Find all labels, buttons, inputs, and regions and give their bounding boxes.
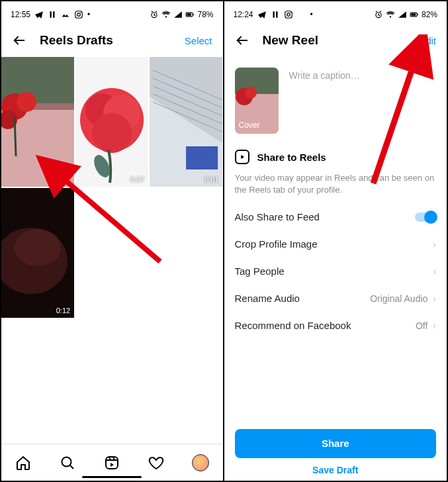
- row-label: Rename Audio: [235, 293, 300, 304]
- page-title: New Reel: [263, 33, 420, 48]
- row-label: Tag People: [235, 265, 285, 277]
- nav-profile[interactable]: [192, 454, 209, 471]
- row-tag-people[interactable]: Tag People ›: [224, 258, 447, 285]
- row-crop-profile[interactable]: Crop Profile Image ›: [224, 230, 447, 258]
- svg-point-2: [81, 12, 81, 13]
- draft-thumb[interactable]: 0:01: [150, 57, 222, 187]
- svg-point-29: [15, 229, 61, 266]
- signal-icon: [398, 10, 407, 19]
- svg-point-11: [17, 92, 36, 112]
- avatar-icon: [192, 454, 209, 471]
- battery-icon: [410, 10, 419, 19]
- app-bar: Reels Drafts Select: [1, 24, 223, 57]
- nav-search[interactable]: [59, 454, 76, 471]
- row-label: Crop Profile Image: [235, 238, 318, 250]
- draft-thumb[interactable]: 0:07: [75, 57, 148, 187]
- edit-button[interactable]: Edit: [419, 35, 436, 46]
- bottom-actions: Share Save Draft: [224, 429, 447, 475]
- draft-duration: 0:12: [56, 307, 70, 314]
- battery-icon: [185, 10, 195, 19]
- moon-icon: [297, 10, 306, 19]
- status-left: 12:24 •: [234, 10, 313, 19]
- row-label: Recommend on Facebook: [235, 320, 351, 331]
- share-to-reels-label: Share to Reels: [257, 152, 326, 163]
- row-value: Original Audio: [370, 293, 427, 304]
- status-battery: 82%: [422, 10, 437, 19]
- row-also-share-feed[interactable]: Also Share to Feed: [224, 203, 447, 230]
- save-draft-button[interactable]: Save Draft: [235, 465, 437, 475]
- status-right: 78%: [150, 10, 213, 19]
- svg-rect-45: [418, 14, 418, 15]
- home-icon: [15, 455, 31, 471]
- telegram-icon: [34, 10, 44, 19]
- heart-icon: [148, 455, 164, 471]
- status-time: 12:55: [11, 10, 30, 19]
- wifi-icon: [386, 10, 395, 19]
- chevron-right-icon: ›: [433, 239, 436, 250]
- screen-new-reel: 12:24 • 82% New Reel Edit Cov: [224, 1, 447, 481]
- app-bar: New Reel Edit: [224, 24, 447, 57]
- svg-rect-26: [186, 146, 218, 169]
- thumbnail-image: [1, 188, 74, 318]
- share-subtext: Your video may appear in Reels and can b…: [224, 169, 447, 203]
- thumbnail-image: [75, 57, 148, 187]
- status-dot: •: [87, 10, 90, 19]
- status-time: 12:24: [234, 10, 253, 19]
- svg-marker-38: [111, 463, 114, 467]
- svg-rect-6: [193, 14, 194, 15]
- draft-duration: 0:07: [130, 175, 144, 183]
- pause-icon: [271, 10, 280, 19]
- svg-point-40: [287, 13, 290, 17]
- share-to-reels-header: Share to Reels: [224, 144, 447, 169]
- signal-icon: [173, 10, 183, 19]
- alarm-icon: [374, 10, 383, 19]
- share-button[interactable]: Share: [235, 429, 437, 458]
- row-recommend-fb[interactable]: Recommend on Facebook Off›: [224, 312, 447, 339]
- svg-rect-34: [106, 457, 118, 469]
- alarm-icon: [150, 10, 159, 19]
- bottom-nav: [1, 444, 223, 481]
- page-title: Reels Drafts: [40, 33, 185, 48]
- reels-icon: [235, 150, 249, 164]
- nav-home[interactable]: [15, 454, 32, 471]
- cover-thumbnail[interactable]: Cover: [235, 68, 279, 134]
- svg-rect-5: [187, 13, 191, 16]
- svg-rect-44: [411, 13, 416, 16]
- thumbnail-image: [1, 57, 74, 187]
- chevron-right-icon: ›: [433, 266, 436, 277]
- toggle-on[interactable]: [415, 213, 436, 222]
- back-icon[interactable]: [235, 33, 249, 48]
- svg-point-49: [245, 87, 257, 99]
- instagram-icon: [284, 10, 293, 19]
- draft-duration: 0:01: [204, 175, 218, 183]
- caption-input[interactable]: Write a caption…: [289, 68, 437, 134]
- svg-point-17: [92, 113, 132, 153]
- back-icon[interactable]: [12, 33, 26, 48]
- cover-label: Cover: [239, 120, 260, 130]
- landscape-icon: [61, 10, 70, 19]
- status-bar: 12:24 • 82%: [224, 1, 447, 24]
- nav-reels[interactable]: [103, 454, 120, 471]
- svg-point-1: [77, 13, 81, 17]
- draft-thumb[interactable]: [1, 57, 74, 187]
- pause-icon: [48, 10, 57, 19]
- status-bar: 12:55 • 78%: [1, 1, 223, 24]
- status-left: 12:55 •: [11, 10, 90, 19]
- svg-point-41: [290, 12, 291, 13]
- chevron-right-icon: ›: [433, 320, 436, 331]
- search-icon: [60, 455, 75, 471]
- screen-reels-drafts: 12:55 • 78% Reels Drafts Select: [1, 1, 224, 481]
- select-button[interactable]: Select: [185, 35, 212, 46]
- instagram-icon: [74, 10, 83, 19]
- reels-icon: [104, 455, 120, 471]
- cover-row: Cover Write a caption…: [224, 57, 447, 144]
- status-right: 82%: [374, 10, 437, 19]
- row-rename-audio[interactable]: Rename Audio Original Audio›: [224, 285, 447, 312]
- draft-thumb[interactable]: 0:12: [1, 188, 74, 318]
- svg-point-32: [62, 457, 71, 466]
- chevron-right-icon: ›: [433, 293, 436, 304]
- svg-line-33: [70, 465, 73, 469]
- nav-activity[interactable]: [148, 454, 165, 471]
- row-value: Off: [416, 320, 427, 331]
- status-dot: •: [310, 10, 313, 19]
